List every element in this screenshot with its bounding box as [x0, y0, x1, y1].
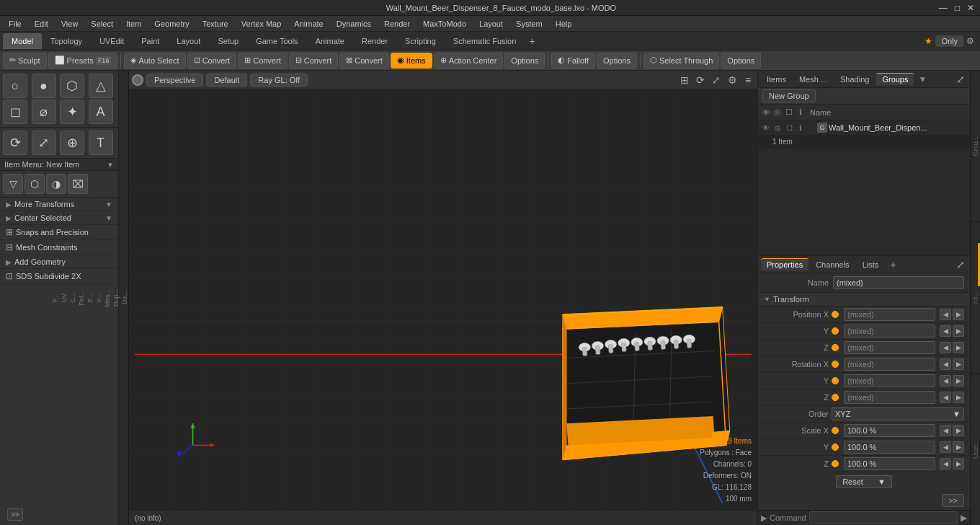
- tool-transform[interactable]: T: [89, 131, 113, 155]
- menu-render[interactable]: Render: [378, 18, 416, 30]
- convert-btn-1[interactable]: ⊡ Convert: [187, 53, 237, 69]
- right-top-maximize[interactable]: ⤢: [954, 74, 967, 85]
- tool-rotate[interactable]: ⟳: [3, 131, 27, 155]
- reset-dropdown[interactable]: Reset ▼: [836, 475, 892, 488]
- menu-vertex-map[interactable]: Vertex Map: [236, 18, 288, 30]
- tool-sphere-fill[interactable]: ●: [32, 74, 56, 98]
- scale-z-value[interactable]: 100.0 %: [844, 457, 935, 470]
- scale-y-btn2[interactable]: ▶: [953, 441, 964, 453]
- more-transforms-item[interactable]: ▶ More Transforms ▼: [0, 198, 118, 211]
- scale-y-btn1[interactable]: ◀: [940, 441, 951, 453]
- viewport-ctrl-settings[interactable]: ⚙: [726, 74, 739, 86]
- rot-z-circle[interactable]: [832, 394, 839, 401]
- rot-x-circle[interactable]: [832, 361, 839, 368]
- scale-x-btn1[interactable]: ◀: [940, 425, 951, 436]
- menu-geometry[interactable]: Geometry: [148, 18, 195, 30]
- expand-btn[interactable]: >>: [7, 508, 23, 521]
- tool-star[interactable]: ✦: [60, 100, 84, 124]
- viewport-ctrl-more[interactable]: ≡: [741, 74, 754, 86]
- add-prop-tab[interactable]: +: [886, 257, 900, 272]
- right-tab-groups[interactable]: Groups: [876, 73, 914, 85]
- menu-item[interactable]: Item: [120, 18, 147, 30]
- side-label-pol[interactable]: Pol...: [78, 288, 85, 309]
- tab-paint[interactable]: Paint: [133, 33, 168, 49]
- options-btn-2[interactable]: Options: [597, 53, 637, 69]
- select-through-btn[interactable]: ⬡ Select Through: [643, 53, 719, 69]
- items-btn[interactable]: ◉ Items: [391, 53, 432, 69]
- add-tab-btn[interactable]: +: [525, 35, 539, 47]
- rot-z-value[interactable]: (mixed): [844, 391, 935, 404]
- tab-game-tools[interactable]: Game Tools: [247, 33, 307, 49]
- pos-z-btn1[interactable]: ◀: [940, 342, 951, 353]
- side-label-dup[interactable]: Dup...: [112, 286, 120, 309]
- menu-edit[interactable]: Edit: [29, 18, 54, 30]
- tab-scripting[interactable]: Scripting: [396, 33, 445, 49]
- add-geometry-item[interactable]: ▶ Add Geometry: [0, 255, 118, 269]
- rot-z-btn1[interactable]: ◀: [940, 392, 951, 403]
- scale-x-circle[interactable]: [832, 427, 839, 434]
- pos-y-circle[interactable]: [832, 327, 839, 335]
- rot-x-btn1[interactable]: ◀: [940, 358, 951, 370]
- pos-x-btn2[interactable]: ▶: [953, 309, 964, 320]
- properties-tab[interactable]: Properties: [761, 258, 808, 270]
- maximize-btn[interactable]: □: [955, 3, 960, 13]
- viewport-ctrl-maximize[interactable]: ⤢: [710, 74, 723, 86]
- viewport-ctrl-refresh[interactable]: ⟳: [694, 74, 707, 86]
- tab-schematic[interactable]: Schematic Fusion: [445, 33, 525, 49]
- right-tab-items[interactable]: Items: [761, 74, 792, 85]
- tab-render[interactable]: Render: [353, 33, 396, 49]
- side-label-v[interactable]: V...: [95, 291, 102, 306]
- sculpt-btn[interactable]: ✏ ✏ Sculpt Sculpt: [3, 53, 47, 69]
- scale-y-value[interactable]: 100.0 %: [844, 441, 935, 454]
- tool-torus[interactable]: ⌀: [32, 100, 56, 124]
- convert-btn-3[interactable]: ⊟ Convert: [289, 53, 339, 69]
- tool-cube[interactable]: ◻: [3, 100, 27, 124]
- snaps-item[interactable]: ⊞ Snaps and Precision: [0, 225, 118, 240]
- rot-y-btn1[interactable]: ◀: [940, 375, 951, 387]
- sds-subdivide-item[interactable]: ⊡ SDS Subdivide 2X: [0, 269, 118, 284]
- right-side-user-label[interactable]: User...: [971, 374, 980, 525]
- auto-select-btn[interactable]: ◈ Auto Select: [124, 53, 185, 69]
- transform-section[interactable]: ▼ Transform: [758, 293, 970, 306]
- tab-layout[interactable]: Layout: [168, 33, 209, 49]
- convert-btn-4[interactable]: ⊠ Convert: [339, 53, 389, 69]
- menu-file[interactable]: File: [3, 18, 27, 30]
- name-input[interactable]: [833, 276, 964, 289]
- group-row-1[interactable]: 👁 ◎ ☐ ℹ G Wall_Mount_Beer_Dispen...: [758, 120, 970, 136]
- default-tab[interactable]: Default: [206, 74, 247, 87]
- ray-gl-tab[interactable]: Ray GL: Off: [250, 74, 308, 87]
- right-tab-shading[interactable]: Shading: [834, 74, 875, 85]
- only-label[interactable]: Only: [935, 35, 963, 47]
- pos-y-btn1[interactable]: ◀: [940, 325, 951, 337]
- action-center-btn[interactable]: ⊕ Action Center: [434, 53, 504, 69]
- rot-y-circle[interactable]: [832, 377, 839, 384]
- pos-y-value[interactable]: (mixed): [844, 325, 935, 338]
- icon-triangle[interactable]: ▽: [3, 174, 23, 194]
- side-label-uv[interactable]: UV: [61, 291, 68, 306]
- icon-x[interactable]: ⌧: [68, 174, 88, 194]
- scale-z-circle[interactable]: [832, 460, 839, 467]
- scale-z-btn1[interactable]: ◀: [940, 458, 951, 469]
- menu-system[interactable]: System: [510, 18, 548, 30]
- viewport-ctrl-grid[interactable]: ⊞: [678, 74, 691, 86]
- rot-x-btn2[interactable]: ▶: [953, 358, 964, 370]
- scale-y-circle[interactable]: [832, 444, 839, 451]
- tool-add[interactable]: ⊕: [60, 131, 84, 155]
- pos-z-btn2[interactable]: ▶: [953, 342, 964, 353]
- side-label-e[interactable]: E...: [86, 290, 94, 306]
- menu-view[interactable]: View: [55, 18, 84, 30]
- tool-cylinder[interactable]: ⬡: [60, 74, 84, 98]
- menu-select[interactable]: Select: [85, 18, 119, 30]
- options-btn-1[interactable]: Options: [504, 53, 545, 69]
- right-bottom-maximize[interactable]: ⤢: [954, 259, 967, 270]
- perspective-tab[interactable]: Perspective: [146, 74, 203, 87]
- close-btn[interactable]: ✕: [967, 3, 974, 13]
- pos-z-circle[interactable]: [832, 344, 839, 351]
- order-dropdown[interactable]: XYZ ▼: [832, 407, 964, 420]
- tab-model[interactable]: Model: [3, 33, 42, 49]
- menu-maxtomodo[interactable]: MaxToModo: [417, 18, 472, 30]
- pos-y-btn2[interactable]: ▶: [953, 325, 964, 337]
- cmd-submit-btn[interactable]: ▶: [961, 513, 967, 523]
- new-group-btn[interactable]: New Group: [762, 89, 816, 102]
- tool-text[interactable]: A: [89, 100, 113, 124]
